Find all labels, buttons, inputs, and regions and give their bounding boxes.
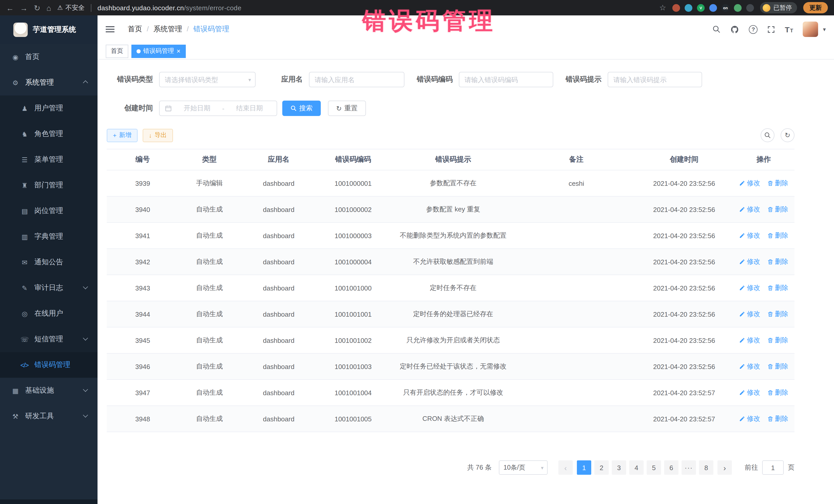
page-button[interactable]: 2 [594,460,609,475]
refresh-button[interactable]: ↻ [781,128,794,142]
extension-icon[interactable] [746,4,754,12]
next-page-button[interactable]: › [718,460,732,475]
delete-button[interactable]: 删除 [767,336,788,345]
page-button[interactable]: 5 [647,460,661,475]
export-button[interactable]: ↓ 导出 [143,129,173,142]
browser-update-button[interactable]: 更新 [803,2,828,13]
error-type-select[interactable] [159,72,256,87]
sidebar-menu-item[interactable]: ▥ 字典管理 [0,224,97,249]
edit-button[interactable]: 修改 [739,309,760,319]
page-button[interactable]: 6 [664,460,679,475]
page-button[interactable]: ··· [682,460,696,475]
extension-icon[interactable] [685,4,692,12]
search-button[interactable]: 搜索 [282,101,321,116]
font-size-icon[interactable]: TT [785,25,793,33]
prev-page-button[interactable]: ‹ [558,460,573,475]
goto-page-input[interactable] [762,460,784,475]
edit-button[interactable]: 修改 [739,257,760,266]
column-header: 创建时间 [635,149,733,170]
delete-button[interactable]: 删除 [767,257,788,266]
trash-icon [767,311,773,317]
page-content: 错误码类型 ▾ 应用名 错误码编码 [97,60,794,475]
edit-button[interactable]: 修改 [739,414,760,423]
sidebar-menu-item[interactable]: ⚒ 研发工具 [0,403,97,429]
sidebar-menu-item[interactable]: ☰ 菜单管理 [0,147,97,172]
fullscreen-icon[interactable] [767,25,775,33]
page-size-select[interactable]: 10条/页 ▾ [499,460,548,475]
sidebar-menu-item[interactable]: ♜ 部门管理 [0,172,97,198]
site-security-indicator[interactable]: ⚠ 不安全 [57,3,85,12]
profile-paused-badge[interactable]: 已暂停 [760,2,797,13]
tab-close-icon[interactable]: × [177,48,180,54]
hamburger-icon[interactable] [106,29,114,30]
user-avatar[interactable] [803,22,818,37]
delete-button[interactable]: 删除 [767,231,788,240]
github-icon[interactable] [730,25,739,34]
view-tab[interactable]: 错误码管理 × [131,44,185,58]
browser-back-button[interactable]: ← [6,4,14,12]
extension-icon[interactable] [734,4,742,12]
breadcrumb-item[interactable]: 系统管理 [142,25,182,34]
sidebar-menu-item[interactable]: ✎ 审计日志 [0,275,97,301]
app-logo[interactable]: 芋道管理系统 [0,15,97,44]
breadcrumb-item[interactable]: 错误码管理 [182,25,229,34]
chevron-icon [83,387,88,392]
view-tab[interactable]: 首页 × [106,44,128,58]
browser-reload-button[interactable]: ↻ [34,4,40,12]
page-button[interactable]: 8 [699,460,714,475]
column-header: 备注 [517,149,635,170]
sidebar-menu-item[interactable]: ⚙ 系统管理 [0,70,97,95]
delete-button[interactable]: 删除 [767,205,788,214]
add-button[interactable]: + 新增 [107,129,137,142]
delete-button[interactable]: 删除 [767,362,788,371]
menu-item-label: 系统管理 [25,78,84,87]
edit-button[interactable]: 修改 [739,179,760,188]
edit-button[interactable]: 修改 [739,336,760,345]
menu-item-icon: ♟ [20,105,29,112]
sidebar-menu-item[interactable]: ▤ 岗位管理 [0,198,97,224]
page-button[interactable]: 3 [612,460,626,475]
start-date-placeholder: 开始日期 [175,104,219,113]
extension-icon[interactable] [672,4,680,12]
edit-button[interactable]: 修改 [739,231,760,240]
bookmark-star-icon[interactable]: ☆ [659,3,666,12]
reset-button[interactable]: ↻ 重置 [328,101,366,116]
delete-button[interactable]: 删除 [767,283,788,292]
sidebar-menu-item[interactable]: ♟ 用户管理 [0,95,97,121]
cell-code: 1001001004 [317,379,389,406]
sidebar-collapse-bar[interactable] [0,499,97,504]
delete-button[interactable]: 删除 [767,388,788,397]
edit-button[interactable]: 修改 [739,205,760,214]
extension-icon[interactable] [709,4,717,12]
delete-button[interactable]: 删除 [767,179,788,188]
extension-icon[interactable]: on [722,4,729,12]
sidebar-menu-item[interactable]: ◉ 首页 [0,44,97,70]
sidebar-menu-item[interactable]: ☏ 短信管理 [0,326,97,352]
browser-forward-button[interactable]: → [20,4,28,12]
app-name-input[interactable] [309,72,404,87]
sidebar-menu-item[interactable]: ♞ 角色管理 [0,121,97,147]
edit-button[interactable]: 修改 [739,283,760,292]
help-icon[interactable]: ? [749,25,758,34]
breadcrumb-item[interactable]: 首页 [128,25,142,34]
sidebar-menu-item[interactable]: ✉ 通知公告 [0,249,97,275]
cell-app: dashboard [240,379,317,406]
error-hint-input[interactable] [608,72,702,87]
extension-icon[interactable]: V [697,4,705,12]
page-button[interactable]: 1 [577,460,591,475]
delete-button[interactable]: 删除 [767,414,788,423]
caret-down-icon[interactable]: ▾ [823,26,826,32]
sidebar-menu-item[interactable]: ▦ 基础设施 [0,378,97,403]
edit-button[interactable]: 修改 [739,362,760,371]
toggle-search-button[interactable] [761,128,774,142]
error-code-input[interactable] [459,72,553,87]
edit-button[interactable]: 修改 [739,388,760,397]
cell-remark [517,275,635,301]
page-button[interactable]: 4 [629,460,643,475]
sidebar-menu-item[interactable]: ◎ 在线用户 [0,301,97,326]
browser-home-button[interactable]: ⌂ [46,4,51,12]
sidebar-menu-item[interactable]: </> 错误码管理 [0,352,97,378]
delete-button[interactable]: 删除 [767,309,788,319]
date-range-picker[interactable]: 开始日期 - 结束日期 [159,101,277,116]
search-icon[interactable] [712,25,721,34]
